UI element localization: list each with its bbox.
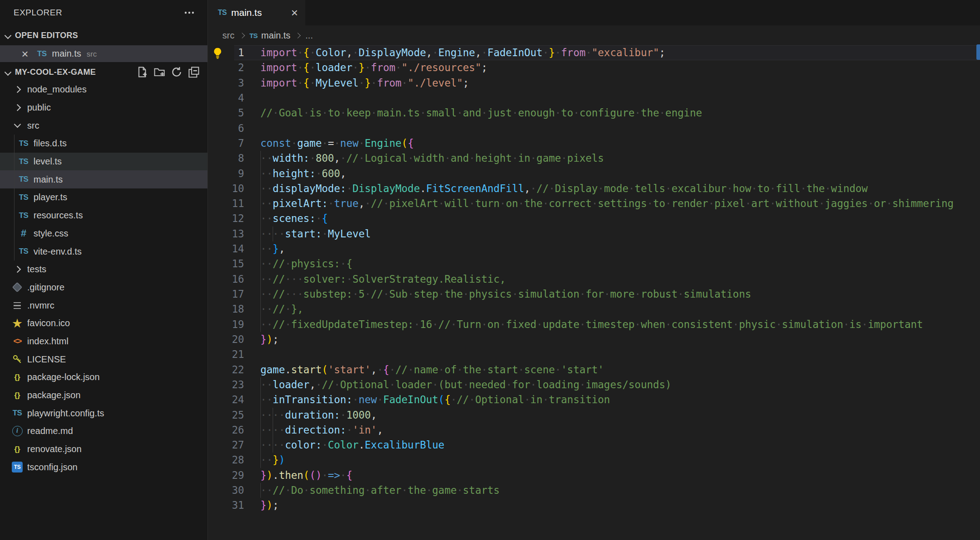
code-line-3[interactable]: 3import·{·MyLevel·}·from·"./level"; (208, 76, 980, 91)
tree-item-icon: TS (11, 462, 24, 472)
code-editor[interactable]: 1import·{·Color,·DisplayMode,·Engine,·Fa… (208, 45, 980, 513)
code-line-8[interactable]: 8··width:·800,·//·Logical·width·and·heig… (208, 151, 980, 166)
code-line-14[interactable]: 14··}, (208, 241, 980, 256)
code-line-1[interactable]: 1import·{·Color,·DisplayMode,·Engine,·Fa… (208, 45, 980, 60)
code-line-10[interactable]: 10··displayMode:·DisplayMode.FitScreenAn… (208, 181, 980, 196)
code-line-26[interactable]: 26····direction:·'in', (208, 423, 980, 438)
tree-item-node_modules[interactable]: node_modules (0, 81, 207, 99)
tree-item-style.css[interactable]: #style.css (0, 225, 207, 243)
ts-icon: TS (250, 32, 258, 39)
new-file-icon[interactable] (135, 65, 149, 79)
code-line-16[interactable]: 16··//···solver:·SolverStrategy.Realisti… (208, 272, 980, 287)
tree-item-label: player.ts (34, 192, 67, 202)
code-line-7[interactable]: 7const·game·=·new·Engine({ (208, 136, 980, 151)
code-line-23[interactable]: 23··loader,·//·Optional·loader·(but·need… (208, 377, 980, 392)
html-icon: <> (13, 337, 21, 346)
new-folder-icon[interactable] (152, 65, 167, 79)
project-name: MY-COOL-EX-GAME (15, 68, 96, 77)
tree-item-label: main.ts (34, 174, 62, 185)
code-line-13[interactable]: 13····start:·MyLevel (208, 227, 980, 241)
code-line-27[interactable]: 27····color:·Color.ExcaliburBlue (208, 438, 980, 453)
tree-item-resources.ts[interactable]: TSresources.ts (0, 207, 207, 225)
tree-item-favicon.ico[interactable]: ★favicon.ico (0, 314, 207, 333)
tree-item-tsconfig.json[interactable]: TStsconfig.json (0, 458, 207, 476)
tree-item-player.ts[interactable]: TSplayer.ts (0, 188, 207, 207)
refresh-icon[interactable] (169, 65, 184, 79)
line-text: ··pixelArt:·true,·//·pixelArt·will·turn·… (260, 196, 954, 211)
line-number: 27 (208, 438, 244, 453)
code-line-6[interactable]: 6 (208, 121, 980, 136)
tree-item-index.html[interactable]: <>index.html (0, 333, 207, 351)
editor-area: TS main.ts × src TS main.ts ... 1import·… (208, 0, 980, 540)
code-line-17[interactable]: 17··//···substep:·5·//·Sub·step·the·phys… (208, 287, 980, 302)
code-line-28[interactable]: 28··}) (208, 453, 980, 468)
tree-item-.nvmrc[interactable]: .nvmrc (0, 296, 207, 314)
code-line-9[interactable]: 9··height:·600, (208, 166, 980, 181)
chevron-right-icon (295, 33, 301, 39)
tree-item-icon: # (17, 227, 30, 239)
line-text: ··//···substep:·5·//·Sub·step·the·physic… (260, 287, 751, 302)
ellipsis-icon[interactable] (182, 5, 197, 20)
line-text: ··inTransition:·new·FadeInOut({·//·Optio… (260, 392, 610, 407)
code-line-18[interactable]: 18··//·}, (208, 302, 980, 317)
line-number: 28 (208, 453, 244, 468)
line-number: 4 (208, 91, 244, 106)
tree-item-label: src (27, 121, 39, 131)
tree-item-src[interactable]: src (0, 116, 207, 135)
code-line-5[interactable]: 5//·Goal·is·to·keep·main.ts·small·and·ju… (208, 106, 980, 121)
line-text: ··//···solver:·SolverStrategy.Realistic, (260, 272, 506, 287)
tree-item-readme.md[interactable]: ireadme.md (0, 422, 207, 440)
tree-item-LICENSE[interactable]: LICENSE (0, 350, 207, 368)
line-number: 7 (208, 136, 244, 151)
line-text: import·{·loader·}·from·"./resources"; (260, 60, 487, 75)
open-editors-header[interactable]: OPEN EDITORS (0, 25, 207, 45)
close-icon[interactable]: × (19, 48, 31, 60)
code-line-20[interactable]: 20}); (208, 332, 980, 347)
tree-item-renovate.json[interactable]: {}renovate.json (0, 440, 207, 458)
code-line-4[interactable]: 4 (208, 91, 980, 106)
tree-item-files.d.ts[interactable]: TSfiles.d.ts (0, 135, 207, 153)
code-line-12[interactable]: 12··scenes:·{ (208, 211, 980, 226)
line-number: 25 (208, 408, 244, 423)
tab-main-ts[interactable]: TS main.ts × (208, 0, 305, 25)
code-line-24[interactable]: 24··inTransition:·new·FadeInOut({·//·Opt… (208, 392, 980, 407)
tree-item-vite-env.d.ts[interactable]: TSvite-env.d.ts (0, 242, 207, 260)
line-text: ··height:·600, (260, 166, 346, 181)
chevron-down-icon (5, 68, 12, 76)
open-editor-item-main-ts[interactable]: × TS main.ts src (0, 45, 207, 62)
code-line-19[interactable]: 19··//·fixedUpdateTimestep:·16·//·Turn·o… (208, 317, 980, 332)
breadcrumb-folder[interactable]: src (222, 30, 235, 41)
tree-item-tests[interactable]: tests (0, 260, 207, 279)
ts-icon: TS (13, 409, 22, 418)
code-line-15[interactable]: 15··//·physics:·{ (208, 256, 980, 271)
code-line-30[interactable]: 30··//·Do·something·after·the·game·start… (208, 483, 980, 498)
tree-item-package-lock.json[interactable]: {}package-lock.json (0, 368, 207, 386)
code-line-31[interactable]: 31}); (208, 498, 980, 513)
tree-item-package.json[interactable]: {}package.json (0, 386, 207, 405)
file-tree: node_modulespublicsrcTSfiles.d.tsTSlevel… (0, 81, 207, 476)
close-icon[interactable]: × (291, 7, 298, 19)
collapse-all-icon[interactable] (187, 65, 201, 79)
breadcrumb-file[interactable]: main.ts (261, 30, 290, 41)
code-line-2[interactable]: 2import·{·loader·}·from·"./resources"; (208, 60, 980, 75)
tree-item-label: resources.ts (34, 210, 83, 221)
tree-item-playwright.config.ts[interactable]: TSplaywright.config.ts (0, 404, 207, 422)
code-line-29[interactable]: 29}).then(()·=>·{ (208, 468, 980, 483)
breadcrumb-symbol-ellipsis[interactable]: ... (305, 30, 313, 41)
tree-item-label: readme.md (27, 426, 73, 436)
tree-item-label: .gitignore (27, 282, 64, 293)
tree-item-.gitignore[interactable]: .gitignore (0, 279, 207, 297)
line-text: ··loader,·//·Optional·loader·(but·needed… (260, 377, 672, 392)
star-icon: ★ (12, 318, 22, 329)
code-line-25[interactable]: 25····duration:·1000, (208, 408, 980, 423)
tree-item-main.ts[interactable]: TSmain.ts (0, 170, 207, 188)
project-section-header[interactable]: MY-COOL-EX-GAME (0, 63, 207, 81)
tree-item-public[interactable]: public (0, 99, 207, 117)
code-line-21[interactable]: 21 (208, 347, 980, 362)
code-line-11[interactable]: 11··pixelArt:·true,·//·pixelArt·will·tur… (208, 196, 980, 211)
code-line-22[interactable]: 22game.start('start',·{·//·name·of·the·s… (208, 362, 980, 377)
chevron-right-icon (14, 86, 21, 93)
tree-item-level.ts[interactable]: TSlevel.ts (0, 153, 207, 171)
sidebar-title: EXPLORER (14, 8, 182, 18)
tree-item-label: LICENSE (27, 354, 66, 365)
